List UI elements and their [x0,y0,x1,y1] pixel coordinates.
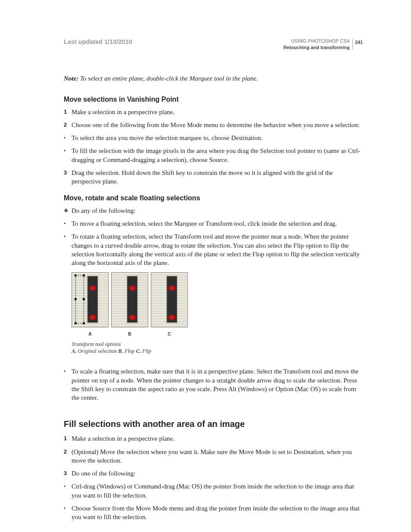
list-item: 1Make a selection in a perspective plane… [64,108,363,116]
caption-val-c: Flip [141,348,151,354]
sec2-after-list: •To scale a floating selection, make sur… [64,367,363,402]
list-item: •Ctrl-drag (Windows) or Command-drag (Ma… [64,482,363,500]
step-marker: 1 [64,108,72,116]
list-item: ❖Do any of the following: [64,206,363,215]
figure-label-a: A [72,331,109,337]
bullet-text: Choose Source from the Move Mode menu an… [72,504,363,522]
sec2-list: ❖Do any of the following: •To move a flo… [64,206,363,268]
last-updated: Last updated 1/10/2010 [64,38,132,47]
list-item: •To rotate a floating selection, select … [64,232,363,267]
list-item: 1Make a selection in a perspective plane… [64,434,363,443]
step-marker: 1 [64,434,72,442]
step-marker: 2 [64,121,72,129]
caption-val-b: Flop [123,348,136,354]
list-item: •To move a floating selection, select th… [64,219,363,228]
figure-label-b: B [111,331,148,337]
bullet-text: To move a floating selection, select the… [72,219,363,228]
header-right: USING PHOTOSHOP CS4 Retouching and trans… [283,38,363,51]
list-item: •To scale a floating selection, make sur… [64,367,363,402]
subhead-move-selections: Move selections in Vanishing Point [64,95,363,104]
bullet-marker: • [64,134,72,142]
caption-key-a: A. [72,348,76,354]
bullet-marker: • [64,232,72,240]
figure-tile-a [72,272,109,327]
figure-labels: A B C [72,331,363,337]
step-text: (Optional) Move the selection where you … [72,448,363,465]
step-text: Choose one of the following from the Mov… [72,121,363,129]
bullet-text: To scale a floating selection, make sure… [72,367,363,402]
caption-title: Transform tool options [72,341,121,347]
subhead-move-rotate-scale: Move, rotate and scale floating selectio… [64,193,363,203]
figure-tile-c [151,272,188,327]
list-item: 3Drag the selection. Hold down the Shift… [64,168,363,186]
list-item: •To fill the selection with the image pi… [64,146,363,164]
figure-transform-options: A B C [72,272,363,337]
note-label: Note: [64,75,78,82]
section-head-fill-selections: Fill selections with another area of an … [64,418,363,430]
header-divider: 241 [352,39,363,50]
caption-key-c: C. [136,348,141,354]
caption-key-b: B. [118,348,123,354]
step-text: Drag the selection. Hold down the Shift … [72,168,363,186]
selection-marquee-icon [75,275,84,324]
bullet-marker: • [64,504,72,512]
bullet-marker: • [64,219,72,227]
list-item: 3 Do one of the following: [64,469,363,478]
step-text: Do one of the following: [72,469,363,478]
list-item: •To select the area you move the selecti… [64,134,363,142]
list-item: 2(Optional) Move the selection where you… [64,448,363,465]
step-text: Make a selection in a perspective plane. [72,108,363,116]
page-number: 241 [355,40,363,45]
page-header: Last updated 1/10/2010 USING PHOTOSHOP C… [64,38,363,51]
caption-val-a: Original selection [76,348,118,354]
bullet-text: Ctrl-drag (Windows) or Command-drag (Mac… [72,482,363,500]
note-text: To select an entire plane, double-click … [78,75,258,82]
section-title: Retouching and transforming [283,45,350,50]
bullet-marker: • [64,146,72,155]
step-marker: 2 [64,448,72,456]
figure-row [72,272,363,327]
step-text: Make a selection in a perspective plane. [72,434,363,443]
figure-label-c: C [151,331,188,337]
bullet-text: To rotate a floating selection, select t… [72,232,363,267]
figure-caption: Transform tool options A. Original selec… [72,341,363,355]
bullet-text: To fill the selection with the image pix… [72,146,363,164]
step-text: Do any of the following: [72,206,363,215]
doc-title: USING PHOTOSHOP CS4 [291,38,350,44]
list-item: 2Choose one of the following from the Mo… [64,121,363,129]
bullet-marker: • [64,482,72,490]
sec3-list: 1Make a selection in a perspective plane… [64,434,363,521]
figure-tile-b [111,272,148,327]
step-marker: 3 [64,469,72,477]
bullet-marker: • [64,367,72,375]
note: Note: To select an entire plane, double-… [64,74,363,83]
step-marker: 3 [64,168,72,177]
bullet-text: To select the area you move the selectio… [72,134,363,142]
list-item: •Choose Source from the Move Mode menu a… [64,504,363,522]
diamond-marker: ❖ [64,206,72,214]
sec1-list: 1Make a selection in a perspective plane… [64,108,363,186]
